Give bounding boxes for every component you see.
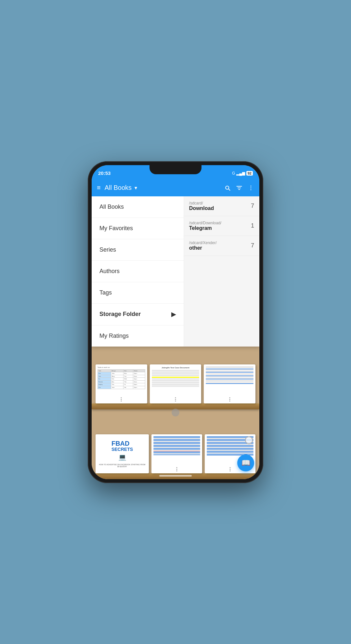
folder-download-count: 7	[251, 203, 254, 209]
folder-telegram-info: /sdcard/Download/ Telegram	[189, 221, 221, 231]
app-header: ≡ All Books ▼	[92, 179, 259, 196]
menu-item-tags-label: Tags	[99, 289, 112, 296]
folder-other[interactable]: /sdcard/Xender/ other 7	[184, 236, 259, 256]
book-fbad[interactable]: FBAD SECRETS 💻 HOW TO ADVERTISE ON FACEB…	[96, 434, 149, 473]
book-2-options	[175, 397, 176, 401]
book-5[interactable]	[151, 434, 202, 473]
header-title-area[interactable]: All Books ▼	[105, 184, 220, 191]
scroll-dot-mid	[172, 409, 179, 416]
menu-item-series[interactable]: Series	[92, 239, 184, 261]
header-action-icons	[224, 185, 254, 191]
menu-item-ratings-label: My Ratings	[99, 333, 129, 339]
svg-point-0	[251, 185, 252, 186]
menu-item-all-books[interactable]: All Books	[92, 196, 184, 218]
signal-icon: G	[232, 171, 235, 176]
shelf-books-row2: FBAD SECRETS 💻 HOW TO ADVERTISE ON FACEB…	[92, 416, 259, 473]
folder-download-info: /sdcard/ Download	[189, 201, 214, 211]
book-1[interactable]: Tasks to work on: TaskAssignDueStatus De…	[96, 364, 147, 403]
book-3-options	[229, 397, 230, 401]
menu-item-favorites[interactable]: My Favorites	[92, 218, 184, 239]
header-title-text: All Books	[105, 184, 132, 191]
status-time: 20:53	[98, 170, 110, 176]
more-options-button[interactable]	[248, 185, 254, 191]
folder-other-name: other	[189, 245, 217, 251]
menu-item-authors-label: Authors	[99, 268, 120, 274]
dropdown-menu: All Books My Favorites Series Authors Ta…	[92, 196, 259, 347]
fbad-icon: 💻	[118, 453, 126, 461]
bookshelf: Tasks to work on: TaskAssignDueStatus De…	[92, 346, 259, 479]
folder-download-name: Download	[189, 205, 214, 211]
home-indicator	[159, 475, 192, 477]
svg-point-1	[251, 187, 252, 188]
menu-item-favorites-label: My Favorites	[99, 225, 133, 231]
menu-item-tags[interactable]: Tags	[92, 282, 184, 304]
menu-item-authors[interactable]: Authors	[92, 261, 184, 282]
mid-scroll-indicator	[92, 409, 259, 416]
folders-panel: /sdcard/ Download 7 /sdcard/Download/ Te…	[184, 196, 259, 347]
main-content: All Books My Favorites Series Authors Ta…	[92, 196, 259, 479]
menu-item-ratings[interactable]: My Ratings	[92, 325, 184, 347]
submenu-arrow-icon: ▶	[171, 311, 176, 318]
book-3[interactable]	[204, 364, 255, 403]
menu-item-storage-folder-label: Storage Folder	[99, 311, 141, 318]
menu-left: All Books My Favorites Series Authors Ta…	[92, 196, 184, 347]
svg-point-2	[251, 189, 252, 190]
book-5-options	[176, 467, 177, 471]
book-1-options	[121, 397, 122, 401]
notch	[150, 165, 202, 174]
menu-button[interactable]: ≡	[97, 184, 101, 191]
menu-item-series-label: Series	[99, 246, 116, 253]
dropdown-arrow-icon: ▼	[134, 185, 138, 191]
filter-button[interactable]	[236, 185, 242, 191]
folder-download-path: /sdcard/	[189, 201, 214, 205]
shelf-books-row1: Tasks to work on: TaskAssignDueStatus De…	[92, 346, 259, 403]
book-6-options	[230, 467, 231, 471]
search-button[interactable]	[224, 185, 231, 191]
phone-screen: 20:53 G ▂▄▆ 92 ≡ All Books ▼	[92, 165, 259, 479]
folder-other-count: 7	[251, 242, 254, 249]
folder-download[interactable]: /sdcard/ Download 7	[184, 196, 259, 216]
folder-telegram-name: Telegram	[189, 225, 221, 231]
magnifier-icon	[245, 436, 253, 444]
status-icons: G ▂▄▆ 92	[232, 171, 253, 176]
phone-frame: 20:53 G ▂▄▆ 92 ≡ All Books ▼	[88, 161, 263, 483]
shelf-row-2: FBAD SECRETS 💻 HOW TO ADVERTISE ON FACEB…	[92, 416, 259, 479]
folder-telegram-count: 1	[251, 222, 254, 229]
folder-telegram-path: /sdcard/Download/	[189, 221, 221, 225]
shelf-row-1: Tasks to work on: TaskAssignDueStatus De…	[92, 346, 259, 409]
folder-telegram[interactable]: /sdcard/Download/ Telegram 1	[184, 216, 259, 236]
fab-button[interactable]: 📖	[237, 454, 254, 471]
battery-indicator: 92	[246, 171, 253, 176]
menu-item-storage-folder[interactable]: Storage Folder ▶	[92, 304, 184, 325]
shelf-plank-1	[92, 403, 259, 409]
book-2[interactable]: Jebngifn Test Case Document	[150, 364, 202, 403]
folder-other-info: /sdcard/Xender/ other	[189, 241, 217, 251]
fbad-title-block: FBAD SECRETS	[111, 440, 133, 452]
bars-icon: ▂▄▆	[236, 171, 245, 176]
folder-other-path: /sdcard/Xender/	[189, 241, 217, 245]
menu-item-all-books-label: All Books	[99, 204, 124, 210]
fab-icon: 📖	[241, 459, 250, 467]
fbad-subtitle: HOW TO ADVERTISE ON FACEBOOK STARTING FR…	[97, 464, 148, 467]
